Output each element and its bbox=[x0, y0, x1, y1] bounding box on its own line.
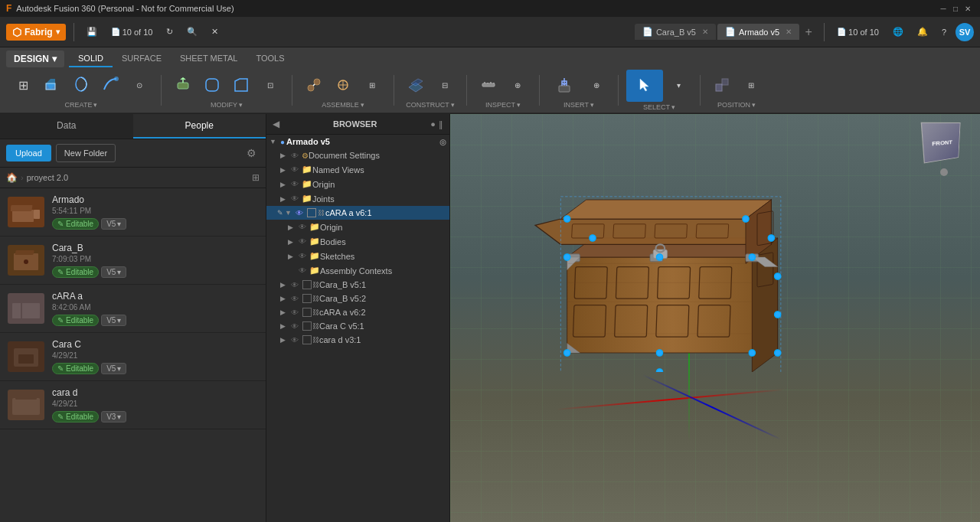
user-avatar[interactable]: SV bbox=[956, 23, 974, 41]
tree-check-13[interactable] bbox=[302, 321, 312, 331]
tree-origin-child[interactable]: ▶ 👁 📁 Origin bbox=[266, 220, 449, 234]
view-home-btn[interactable] bbox=[940, 168, 948, 176]
online-button[interactable]: 🌐 bbox=[888, 24, 908, 39]
breadcrumb-project[interactable]: proyect 2.0 bbox=[27, 173, 68, 182]
canvas-area[interactable]: FRONT COMMENTS | ● ‖ bbox=[450, 114, 980, 522]
fillet-btn[interactable] bbox=[198, 72, 226, 100]
tree-cara-b-v5-2[interactable]: ▶ 👁 ⛓ Cara_B v5:2 bbox=[266, 292, 449, 305]
tree-joints[interactable]: ▶ 👁 📁 Joints bbox=[266, 191, 449, 206]
assemble-more-btn[interactable]: ⊞ bbox=[358, 72, 386, 100]
new-joint-btn[interactable] bbox=[300, 72, 328, 100]
tree-eye-12[interactable]: 👁 bbox=[291, 308, 302, 317]
new-folder-button[interactable]: New Folder bbox=[56, 144, 116, 162]
offset-plane-btn[interactable] bbox=[402, 72, 430, 100]
tab-cara-b[interactable]: 📄 Cara_B v5 ✕ bbox=[635, 24, 716, 40]
file-item-armado[interactable]: Armado 5:54:11 PM ✎ Editable V5 ▾ bbox=[0, 188, 266, 237]
tree-eye-8[interactable]: 👁 bbox=[299, 252, 309, 260]
tree-sketches[interactable]: ▶ 👁 📁 Sketches bbox=[266, 249, 449, 263]
tree-doc-settings[interactable]: ▶ 👁 ⚙ Document Settings bbox=[266, 148, 449, 162]
tree-assembly-contexts[interactable]: ▶ 👁 📁 Assembly Contexts bbox=[266, 263, 449, 278]
insert-more-btn[interactable]: ⊕ bbox=[583, 72, 610, 100]
help-button[interactable]: ? bbox=[937, 25, 951, 39]
inspect-more-btn[interactable]: ⊕ bbox=[504, 72, 531, 100]
tab-data[interactable]: Data bbox=[0, 114, 133, 139]
tab-surface[interactable]: SURFACE bbox=[113, 51, 171, 67]
tree-cara-a-v6-2[interactable]: ▶ 👁 ⛓ cARA a v6:2 bbox=[266, 305, 449, 319]
tree-eye-10[interactable]: 👁 bbox=[291, 281, 302, 289]
tab-tools[interactable]: TOOLS bbox=[247, 51, 293, 67]
position-btn[interactable] bbox=[708, 72, 736, 100]
refresh-button[interactable]: ↻ bbox=[162, 24, 178, 39]
design-dropdown[interactable]: DESIGN ▾ bbox=[6, 51, 64, 67]
tree-check-14[interactable] bbox=[302, 335, 312, 344]
maximize-button[interactable]: □ bbox=[949, 2, 962, 15]
version-badge-cara-c[interactable]: V5 ▾ bbox=[101, 363, 126, 374]
home-icon[interactable]: 🏠 bbox=[6, 172, 18, 183]
add-tab-button[interactable]: + bbox=[801, 24, 816, 40]
insert-derive-btn[interactable] bbox=[547, 72, 581, 100]
browser-collapse-btn[interactable]: ◀ bbox=[273, 119, 279, 129]
notifications-button[interactable]: 🔔 bbox=[913, 24, 933, 39]
tab-armado-close[interactable]: ✕ bbox=[786, 28, 792, 36]
tree-eye-6[interactable]: 👁 bbox=[299, 223, 309, 231]
tree-named-views[interactable]: ▶ 👁 📁 Named Views bbox=[266, 162, 449, 177]
tab-cara-b-close[interactable]: ✕ bbox=[702, 28, 708, 36]
new-component-btn[interactable]: ⊞ bbox=[9, 72, 37, 100]
file-item-cara-b[interactable]: Cara_B 7:09:03 PM ✎ Editable V5 ▾ bbox=[0, 237, 266, 285]
tree-cara-b-v5-1[interactable]: ▶ 👁 ⛓ Cara_B v5:1 bbox=[266, 278, 449, 292]
file-item-cara-c[interactable]: Cara C 4/29/21 ✎ Editable V5 ▾ bbox=[0, 333, 266, 381]
file-item-cara-a[interactable]: cARA a 8:42:06 AM ✎ Editable V5 ▾ bbox=[0, 285, 266, 333]
press-pull-btn[interactable] bbox=[169, 72, 197, 100]
panel-settings-button[interactable]: ⚙ bbox=[243, 144, 260, 162]
tree-eye-13[interactable]: 👁 bbox=[291, 322, 302, 331]
tree-eye-7[interactable]: 👁 bbox=[299, 237, 309, 246]
view-cube[interactable]: FRONT bbox=[917, 123, 971, 177]
construct-more-btn[interactable]: ⊟ bbox=[431, 72, 459, 100]
sweep-btn[interactable] bbox=[96, 72, 124, 100]
tree-check-12[interactable] bbox=[302, 308, 312, 317]
extrude-btn[interactable] bbox=[38, 72, 66, 100]
save-button[interactable]: 💾 bbox=[82, 24, 102, 39]
create-more-btn[interactable]: ⊙ bbox=[126, 72, 153, 100]
tree-eye-11[interactable]: 👁 bbox=[291, 295, 302, 303]
version-badge-cara-a[interactable]: V5 ▾ bbox=[101, 315, 126, 326]
tree-cara-c-v5-1[interactable]: ▶ 👁 ⛓ Cara C v5:1 bbox=[266, 319, 449, 333]
chamfer-btn[interactable] bbox=[227, 72, 255, 100]
version-badge-armado[interactable]: V5 ▾ bbox=[101, 218, 126, 230]
version-badge-cara-d[interactable]: V3 ▾ bbox=[101, 411, 126, 422]
upload-button[interactable]: Upload bbox=[6, 145, 51, 161]
tab-solid[interactable]: SOLID bbox=[69, 51, 113, 67]
modify-more-btn[interactable]: ⊡ bbox=[256, 72, 284, 100]
tree-cara-d-v3-1[interactable]: ▶ 👁 ⛓ cara d v3:1 bbox=[266, 333, 449, 347]
tree-eye-2[interactable]: 👁 bbox=[291, 165, 302, 174]
tree-cara-a-v6-1[interactable]: ✎ ▼ 👁 ⛓ cARA a v6:1 bbox=[266, 206, 449, 220]
close-button[interactable]: ✕ bbox=[962, 2, 974, 15]
position-more-btn[interactable]: ⊞ bbox=[737, 72, 765, 100]
tab-people[interactable]: People bbox=[133, 114, 266, 139]
browser-dot-btn[interactable]: ● bbox=[430, 119, 436, 129]
tree-eye-5[interactable]: 👁 bbox=[296, 209, 306, 217]
tree-root[interactable]: ▼ ● Armado v5 ◎ bbox=[266, 135, 449, 148]
tree-root-target[interactable]: ◎ bbox=[439, 138, 446, 146]
measure-btn[interactable] bbox=[475, 72, 502, 100]
browser-bars-btn[interactable]: ‖ bbox=[439, 119, 443, 129]
tree-origin-1[interactable]: ▶ 👁 📁 Origin bbox=[266, 177, 449, 191]
tree-check-10[interactable] bbox=[302, 280, 312, 289]
revolve-btn[interactable] bbox=[67, 72, 95, 100]
search-button[interactable]: 🔍 bbox=[182, 24, 202, 39]
tree-bodies[interactable]: ▶ 👁 📁 Bodies bbox=[266, 234, 449, 249]
joint-origin-btn[interactable] bbox=[329, 72, 357, 100]
tree-check-5[interactable] bbox=[307, 208, 316, 217]
tab-armado[interactable]: 📄 Armado v5 ✕ bbox=[717, 24, 799, 40]
version-badge-cara-b[interactable]: V5 ▾ bbox=[101, 266, 126, 278]
tree-eye-3[interactable]: 👁 bbox=[291, 180, 302, 188]
minimize-button[interactable]: ─ bbox=[937, 2, 949, 15]
tree-eye-4[interactable]: 👁 bbox=[291, 194, 302, 203]
tree-eye-9[interactable]: 👁 bbox=[299, 266, 309, 275]
select-btn[interactable] bbox=[626, 70, 663, 102]
breadcrumb-grid-icon[interactable]: ⊞ bbox=[252, 172, 260, 183]
tree-eye-1[interactable]: 👁 bbox=[291, 152, 302, 160]
brand-button[interactable]: ⬡ Fabrig ▾ bbox=[6, 24, 66, 41]
tab-sheet-metal[interactable]: SHEET METAL bbox=[171, 51, 247, 67]
close-file-button[interactable]: ✕ bbox=[207, 24, 223, 39]
